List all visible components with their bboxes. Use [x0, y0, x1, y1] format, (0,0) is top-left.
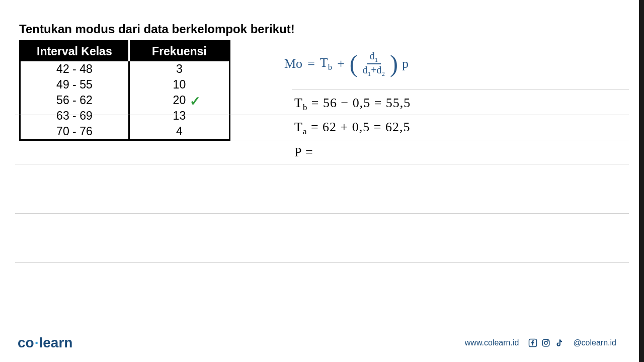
instagram-icon [541, 338, 551, 348]
frequency-table: Interval Kelas Frekuensi 42 - 48 3 49 - … [19, 40, 230, 141]
facebook-icon [528, 338, 538, 348]
checkmark-icon: ✓ [190, 94, 201, 109]
ruled-line [292, 89, 629, 90]
ruled-line [15, 262, 629, 263]
svg-point-3 [548, 340, 549, 341]
table-row: 49 - 55 10 [20, 77, 230, 93]
cell-freq: 13 [129, 108, 229, 124]
ruled-line [15, 115, 629, 115]
table-row: 63 - 69 13 [20, 108, 230, 124]
cell-interval: 42 - 48 [20, 61, 129, 77]
tiktok-icon [554, 338, 564, 348]
ruled-line [15, 164, 629, 164]
svg-point-2 [544, 341, 547, 344]
table-row: 42 - 48 3 [20, 61, 230, 77]
logo: co∙learn [18, 335, 72, 351]
cell-freq: 10 [129, 77, 229, 93]
question-text: Tentukan modus dari data berkelompok ber… [19, 22, 295, 36]
cell-interval: 49 - 55 [20, 77, 129, 93]
cell-freq: 3 [129, 61, 229, 77]
cell-interval: 63 - 69 [20, 108, 129, 124]
cell-freq: 4 [129, 124, 229, 140]
table-row: 56 - 62 20✓ [20, 93, 230, 108]
footer-handle: @colearn.id [573, 338, 616, 347]
work-tb: Tb = 56 − 0,5 = 55,5 [294, 96, 411, 113]
table-header-interval: Interval Kelas [20, 41, 129, 62]
ruled-line [15, 140, 629, 140]
work-ta: Ta = 62 + 0,5 = 62,5 [294, 120, 410, 137]
cell-interval: 56 - 62 [20, 93, 129, 108]
right-edge-bar [639, 0, 644, 362]
cell-freq: 20✓ [129, 93, 229, 108]
footer-url: www.colearn.id [465, 338, 519, 347]
table-row: 70 - 76 4 [20, 124, 230, 140]
cell-interval: 70 - 76 [20, 124, 129, 140]
ruled-line [15, 213, 629, 214]
footer: co∙learn www.colearn.id @colearn.id [0, 335, 634, 351]
work-p: P = [294, 145, 313, 160]
formula-mode: Mo = Tb + ( d1 d1+d2 ) p [284, 50, 409, 78]
table-header-freq: Frekuensi [129, 41, 229, 62]
